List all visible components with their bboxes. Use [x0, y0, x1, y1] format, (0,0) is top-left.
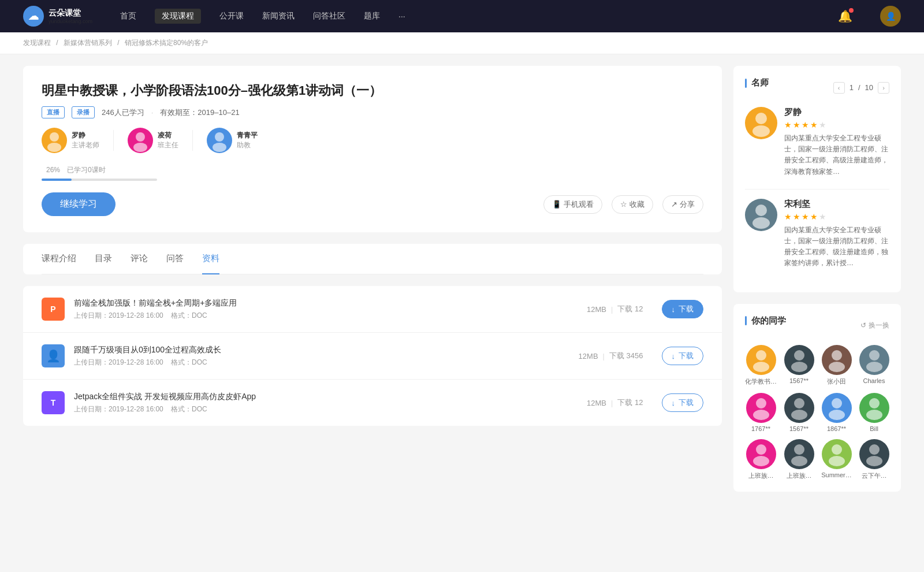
file-name-2: Jetpack全组件实战 开发短视频应用高仿皮皮虾App: [74, 392, 578, 402]
classmate-item-7[interactable]: Bill: [859, 393, 889, 432]
nav-item-discover[interactable]: 发现课程: [155, 9, 201, 24]
user-avatar[interactable]: 👤: [880, 6, 901, 27]
classmate-item-6[interactable]: 1867**: [821, 393, 852, 432]
svg-point-5: [213, 143, 226, 152]
breadcrumb-series[interactable]: 新媒体营销系列: [64, 39, 112, 47]
course-actions: 继续学习 📱 手机观看 ☆ 收藏 ↗ 分享: [42, 192, 703, 216]
nav-item-quiz[interactable]: 题库: [364, 9, 380, 24]
download-icon-2: ↓: [672, 399, 676, 407]
logo[interactable]: ☁ 云朵课堂 yunduoketang.com: [23, 6, 92, 27]
nav-item-open[interactable]: 公开课: [219, 9, 244, 24]
svg-point-32: [869, 444, 880, 455]
breadcrumb-current[interactable]: 销冠修炼术搞定80%的客户: [125, 39, 208, 47]
nav-item-home[interactable]: 首页: [120, 9, 136, 24]
teacher-divider-1: [113, 130, 114, 151]
pagination-sep: /: [858, 83, 860, 92]
classmate-name-8: 上班族…: [748, 471, 774, 480]
nav-item-more[interactable]: ···: [398, 9, 405, 23]
student-count: 246人已学习: [102, 107, 144, 118]
svg-point-2: [136, 132, 145, 142]
nav-item-qa[interactable]: 问答社区: [313, 9, 345, 24]
refresh-button[interactable]: ↺ 换一换: [860, 321, 889, 330]
svg-point-17: [866, 362, 882, 372]
classmates-grid: 化学教书… 1567** 张小田: [745, 345, 889, 480]
classmate-item-1[interactable]: 1567**: [784, 345, 814, 386]
tab-catalog[interactable]: 目录: [95, 244, 112, 274]
sidebar-classmates-card: 你的同学 ↺ 换一换 化学教书… 1567**: [733, 304, 901, 492]
file-meta-0: 上传日期：2019-12-28 16:00 格式：DOC: [74, 311, 578, 321]
sidebar-teacher-0: 罗静 ★ ★ ★ ★ ★ 国内某重点大学安全工程专业硕士，国家一级注册消防工程师…: [745, 107, 889, 177]
continue-learning-button[interactable]: 继续学习: [42, 192, 116, 216]
classmate-avatar-6: [822, 393, 852, 423]
collect-button[interactable]: ☆ 收藏: [612, 195, 653, 214]
tab-intro[interactable]: 课程介绍: [42, 244, 76, 274]
download-button-1[interactable]: ↓ 下载: [662, 347, 704, 365]
notification-bell[interactable]: 🔔: [838, 9, 852, 23]
download-button-2[interactable]: ↓ 下载: [662, 393, 704, 412]
star-5: ★: [819, 120, 826, 129]
valid-until: 有效期至：2019–10–21: [160, 107, 239, 118]
file-list: P 前端全栈加强版！前端全栈+全周期+多端应用 上传日期：2019-12-28 …: [23, 286, 722, 426]
pagination-total: 10: [865, 83, 873, 92]
svg-point-12: [794, 350, 804, 361]
tab-materials[interactable]: 资料: [202, 244, 219, 274]
teacher-name-2: 青青平: [237, 131, 258, 140]
teacher-name-1: 凌荷: [158, 131, 178, 140]
progress-section: 26% 已学习0课时: [42, 165, 703, 181]
file-stats-2: 12MB | 下载 12: [587, 398, 643, 408]
classmate-item-0[interactable]: 化学教书…: [745, 345, 777, 386]
star-4: ★: [810, 212, 818, 221]
teacher-separator: [745, 189, 889, 190]
classmate-avatar-11: [859, 439, 889, 469]
svg-point-16: [869, 350, 880, 361]
svg-point-30: [832, 444, 842, 455]
svg-point-1: [47, 143, 61, 152]
classmate-item-4[interactable]: 1767**: [745, 393, 777, 432]
tabs: 课程介绍 目录 评论 问答 资料: [42, 244, 703, 274]
classmate-avatar-0: [746, 345, 776, 375]
pagination-prev[interactable]: ‹: [833, 82, 845, 94]
classmate-item-2[interactable]: 张小田: [821, 345, 852, 386]
sidebar-teacher-avatar-0: [745, 107, 777, 139]
classmate-avatar-5: [784, 393, 814, 423]
classmate-name-7: Bill: [870, 425, 878, 432]
pagination: ‹ 1 / 10 ›: [833, 82, 889, 94]
svg-point-31: [829, 456, 845, 466]
mobile-watch-button[interactable]: 📱 手机观看: [543, 195, 602, 214]
share-icon: ↗: [671, 200, 677, 209]
teacher-role-2: 助教: [237, 140, 258, 150]
download-button-0[interactable]: ↓ 下载: [662, 300, 704, 318]
badge-replay: 录播: [72, 106, 95, 118]
classmate-item-9[interactable]: 上班族…: [784, 439, 814, 480]
nav-item-news[interactable]: 新闻资讯: [262, 9, 295, 24]
file-item-2: T Jetpack全组件实战 开发短视频应用高仿皮皮虾App 上传日期：2019…: [23, 380, 722, 426]
sidebar-teacher-desc-0: 国内某重点大学安全工程专业硕士，国家一级注册消防工程师、注册安全工程师、高级注册…: [784, 133, 889, 177]
breadcrumb-discover[interactable]: 发现课程: [23, 39, 51, 47]
teacher-item-1: 凌荷 班主任: [128, 128, 178, 153]
star-3: ★: [802, 212, 809, 221]
classmate-item-11[interactable]: 云下午…: [859, 439, 889, 480]
file-meta-1: 上传日期：2019-12-28 16:00 格式：DOC: [74, 358, 569, 367]
classmate-item-5[interactable]: 1567**: [784, 393, 814, 432]
teacher-role-0: 主讲老师: [72, 140, 99, 150]
svg-point-22: [832, 398, 842, 408]
refresh-icon: ↺: [860, 321, 866, 329]
classmate-item-3[interactable]: Charles: [859, 345, 889, 386]
classmate-name-0: 化学教书…: [745, 377, 777, 386]
classmate-item-8[interactable]: 上班族…: [745, 439, 777, 480]
svg-point-29: [791, 456, 807, 466]
file-icon-2: T: [42, 391, 65, 414]
sidebar-teacher-info-0: 罗静 ★ ★ ★ ★ ★ 国内某重点大学安全工程专业硕士，国家一级注册消防工程师…: [784, 107, 889, 177]
svg-point-28: [794, 444, 804, 455]
pagination-next[interactable]: ›: [878, 82, 889, 94]
badge-live: 直播: [42, 106, 65, 118]
svg-point-27: [753, 456, 769, 466]
tab-qa[interactable]: 问答: [166, 244, 184, 274]
tab-comments[interactable]: 评论: [131, 244, 148, 274]
classmate-item-10[interactable]: Summer…: [821, 439, 852, 480]
course-meta: 直播 录播 246人已学习 · 有效期至：2019–10–21: [42, 106, 703, 118]
progress-fill: [42, 179, 72, 181]
svg-point-7: [752, 125, 770, 137]
classmate-avatar-4: [746, 393, 776, 423]
share-button[interactable]: ↗ 分享: [662, 195, 703, 214]
